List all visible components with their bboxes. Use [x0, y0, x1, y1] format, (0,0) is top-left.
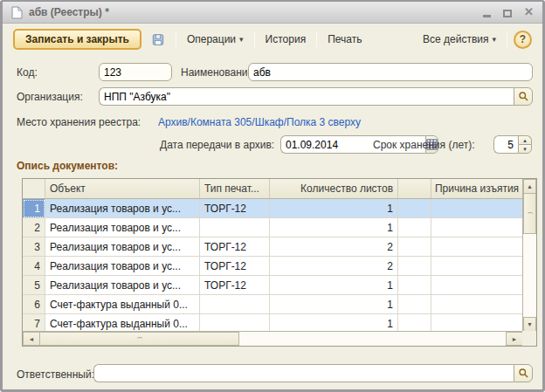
organization-field-group — [99, 87, 533, 106]
table-row[interactable]: 5 Реализация товаров и ус... ТОРГ-12 1 — [23, 276, 523, 295]
sheets-cell[interactable]: 2 — [270, 237, 398, 257]
table-row[interactable]: 4 Реализация товаров и ус... ТОРГ-12 2 — [23, 257, 523, 276]
horizontal-scrollbar-thumb[interactable] — [40, 332, 239, 346]
history-menu[interactable]: История — [261, 31, 311, 47]
name-field[interactable] — [248, 63, 533, 81]
row-number-cell[interactable]: 6 — [23, 295, 45, 314]
name-label: Наименование: — [181, 66, 257, 79]
responsible-field[interactable] — [93, 364, 514, 382]
table-row[interactable]: 3 Реализация товаров и ус... ТОРГ-12 2 — [23, 237, 523, 257]
sheets-cell[interactable]: 1 — [270, 276, 398, 295]
column-header-sheet-count[interactable]: Количество листов — [270, 179, 398, 198]
row-number-cell[interactable]: 2 — [23, 218, 45, 237]
code-label: Код: — [17, 66, 38, 79]
scroll-left-button[interactable]: ◄ — [23, 332, 40, 346]
reason-cell[interactable] — [431, 295, 523, 314]
documents-table: Объект Тип печат... Количество листов Пр… — [22, 178, 537, 347]
column-header-blank[interactable] — [398, 179, 431, 198]
table-row[interactable]: 7 Счет-фактура выданный 0... 1 — [23, 314, 523, 331]
sheets-cell[interactable]: 1 — [270, 218, 398, 237]
all-actions-menu[interactable]: Все действия ▾ — [418, 31, 500, 47]
vertical-scrollbar[interactable]: ▲ ▼ — [522, 179, 536, 332]
object-cell[interactable]: Счет-фактура выданный 0... — [45, 295, 200, 314]
storage-years-group: ▲ ▼ — [493, 135, 532, 154]
save-and-close-button[interactable]: Записать и закрыть — [13, 29, 141, 50]
row-number-cell[interactable]: 1 — [23, 199, 45, 218]
row-number-cell[interactable]: 3 — [23, 237, 45, 257]
object-cell[interactable]: Счет-фактура выданный 0... — [45, 314, 200, 331]
object-cell[interactable]: Реализация товаров и ус... — [45, 218, 200, 237]
document-icon — [11, 6, 23, 19]
close-button[interactable]: ✕ — [524, 7, 534, 17]
print-type-cell[interactable]: ТОРГ-12 — [200, 276, 270, 295]
row-number-cell[interactable]: 5 — [23, 276, 45, 295]
print-type-cell[interactable] — [200, 295, 270, 314]
organization-field[interactable] — [99, 87, 514, 106]
reason-cell[interactable] — [431, 314, 523, 331]
blank-cell[interactable] — [398, 237, 431, 257]
object-cell[interactable]: Реализация товаров и ус... — [45, 199, 200, 218]
scroll-down-button[interactable]: ▼ — [523, 317, 536, 332]
vertical-scrollbar-track[interactable] — [523, 234, 536, 317]
titlebar[interactable]: абв (Реестры) * ✕ — [3, 2, 542, 24]
object-cell[interactable]: Реализация товаров и ус... — [45, 257, 200, 276]
scroll-right-button[interactable]: ► — [506, 332, 523, 346]
print-menu[interactable]: Печать — [323, 31, 366, 47]
minimize-button[interactable] — [483, 7, 491, 17]
print-type-cell[interactable]: ТОРГ-12 — [200, 257, 270, 276]
save-button[interactable] — [147, 29, 169, 50]
object-cell[interactable]: Реализация товаров и ус... — [45, 276, 200, 295]
sheets-cell[interactable]: 2 — [270, 257, 398, 276]
table-row[interactable]: 6 Счет-фактура выданный 0... 1 — [23, 295, 523, 314]
chevron-down-icon: ▾ — [492, 36, 496, 44]
table-row[interactable]: 1 Реализация товаров и ус... ТОРГ-12 1 — [23, 199, 523, 218]
print-type-cell[interactable]: ТОРГ-12 — [200, 237, 270, 257]
organization-select-button[interactable] — [514, 87, 533, 106]
blank-cell[interactable] — [398, 199, 431, 218]
print-type-cell[interactable] — [200, 218, 270, 237]
object-cell[interactable]: Реализация товаров и ус... — [45, 237, 200, 257]
scroll-up-button[interactable]: ▲ — [523, 179, 536, 194]
organization-label: Организация: — [17, 91, 83, 103]
blank-cell[interactable] — [398, 314, 431, 331]
reason-cell[interactable] — [431, 257, 523, 276]
column-header-object[interactable]: Объект — [45, 179, 200, 198]
table-row[interactable]: 2 Реализация товаров и ус... 1 — [23, 218, 523, 237]
storage-years-field[interactable] — [493, 135, 518, 154]
blank-cell[interactable] — [398, 218, 431, 237]
sheets-cell[interactable]: 1 — [270, 199, 398, 218]
sheets-cell[interactable]: 1 — [270, 314, 398, 331]
blank-cell[interactable] — [398, 276, 431, 295]
blank-cell[interactable] — [398, 295, 431, 314]
spin-up-button[interactable]: ▲ — [518, 135, 532, 144]
reason-cell[interactable] — [431, 218, 523, 237]
save-icon — [152, 32, 164, 47]
reason-cell[interactable] — [431, 237, 523, 257]
reason-cell[interactable] — [431, 199, 523, 218]
spin-down-button[interactable]: ▼ — [518, 144, 532, 154]
scrollbar-corner — [522, 331, 536, 346]
blank-cell[interactable] — [398, 257, 431, 276]
responsible-select-button[interactable] — [514, 364, 533, 382]
column-header-removal-reason[interactable]: Причина изъятия — [431, 179, 523, 198]
maximize-button[interactable] — [503, 7, 512, 17]
reason-cell[interactable] — [431, 276, 523, 295]
chevron-down-icon: ▾ — [239, 36, 244, 44]
operations-menu[interactable]: Операции ▾ — [183, 31, 248, 47]
column-header-rownum[interactable] — [23, 179, 45, 198]
app-window: абв (Реестры) * ✕ Записать и закрыть Опе… — [0, 0, 545, 392]
horizontal-scrollbar[interactable]: ◄ ► — [23, 331, 523, 346]
row-number-cell[interactable]: 7 — [23, 314, 45, 331]
archive-date-label: Дата передачи в архив: — [160, 139, 274, 151]
code-field[interactable] — [99, 63, 172, 81]
column-header-print-type[interactable]: Тип печат... — [200, 179, 270, 198]
vertical-scrollbar-thumb[interactable] — [523, 194, 536, 234]
print-type-cell[interactable]: ТОРГ-12 — [200, 199, 270, 218]
sheets-cell[interactable]: 1 — [270, 295, 398, 314]
storage-place-link[interactable]: Архив/Комната 305/Шкаф/Полка 3 сверху — [158, 116, 361, 128]
row-number-cell[interactable]: 4 — [23, 257, 45, 276]
history-label: История — [266, 33, 307, 45]
help-button[interactable]: ? — [514, 31, 532, 49]
print-type-cell[interactable] — [200, 314, 270, 331]
horizontal-scrollbar-track[interactable] — [239, 332, 506, 346]
